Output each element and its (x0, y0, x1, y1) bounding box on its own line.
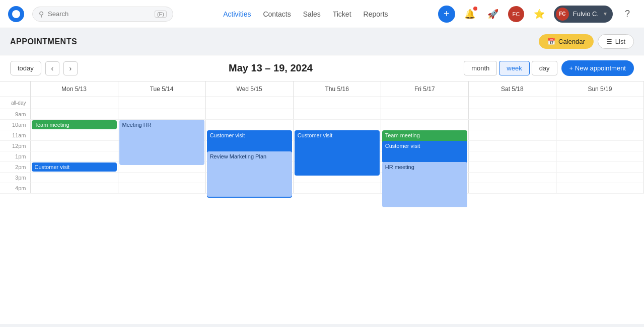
date-range: May 13 – 19, 2024 (229, 62, 313, 74)
hour-row-4pm: 4pm (0, 183, 644, 194)
cell-sun-3pm[interactable] (556, 173, 643, 183)
today-button[interactable]: today (10, 61, 41, 75)
cell-fri-12pm[interactable]: Customer visit (381, 141, 468, 151)
add-button[interactable]: + (438, 6, 455, 23)
top-nav: ⚲ (F) Activities Contacts Sales Ticket R… (0, 0, 644, 28)
view-toggle: 📅 Calendar ☰ List (539, 34, 634, 49)
search-icon: ⚲ (39, 10, 44, 18)
search-input[interactable] (48, 10, 151, 18)
event-hr-meeting-fri[interactable]: HR meeting (382, 162, 467, 207)
cell-sat-10am[interactable] (468, 120, 556, 130)
list-view-button[interactable]: ☰ List (598, 34, 634, 49)
day-view-button[interactable]: day (532, 61, 557, 75)
hour-row-11am: 11am Customer visit Customer visit Team … (0, 130, 644, 141)
cell-sun-4pm[interactable] (556, 183, 643, 194)
search-bar[interactable]: ⚲ (F) (32, 7, 173, 22)
col-sat: Sat 5/18 (468, 81, 556, 97)
calendar-icon: 📅 (547, 38, 555, 45)
notification-button[interactable]: 🔔 (461, 6, 478, 23)
cell-tue-9am[interactable] (118, 109, 205, 120)
col-thu: Thu 5/16 (293, 81, 381, 97)
cell-wed-11am[interactable]: Customer visit (205, 130, 293, 141)
cell-mon-3pm[interactable] (30, 173, 118, 183)
cell-tue-10am[interactable]: Meeting HR (118, 120, 205, 130)
cell-tue-3pm[interactable] (118, 173, 205, 183)
new-appointment-button[interactable]: + New appointment (561, 60, 634, 76)
cell-sun-12pm[interactable] (556, 141, 643, 151)
cell-thu-10am[interactable] (293, 120, 381, 130)
cell-sat-11am[interactable] (468, 130, 556, 141)
cell-mon-2pm[interactable]: Customer visit (30, 162, 118, 173)
star-button[interactable]: ⭐ (531, 6, 548, 23)
col-fri: Fri 5/17 (381, 81, 468, 97)
cell-sun-9am[interactable] (556, 109, 643, 120)
time-9am: 9am (0, 109, 30, 120)
cell-sat-12pm[interactable] (468, 141, 556, 151)
time-11am: 11am (0, 130, 30, 141)
cell-mon-12pm[interactable] (30, 141, 118, 151)
time-1pm: 1pm (0, 151, 30, 162)
user-dropdown[interactable]: FC Fulvio C. ▼ (554, 6, 613, 23)
notification-badge (473, 7, 477, 11)
cell-sat-2pm[interactable] (468, 162, 556, 173)
cell-thu-11am[interactable]: Customer visit (293, 130, 381, 141)
cell-thu-9am[interactable] (293, 109, 381, 120)
cell-mon-1pm[interactable] (30, 151, 118, 162)
time-10am: 10am (0, 120, 30, 130)
event-meeting-hr[interactable]: Meeting HR (119, 120, 204, 165)
event-review-marketing-wed[interactable]: Review Marketing Plan (207, 151, 292, 197)
col-wed: Wed 5/15 (205, 81, 293, 97)
event-customer-visit-mon[interactable]: Customer visit (32, 162, 117, 172)
cell-fri-2pm[interactable]: HR meeting (381, 162, 468, 173)
week-view-button[interactable]: week (499, 61, 529, 75)
cell-fri-10am[interactable] (381, 120, 468, 130)
nav-reports[interactable]: Reports (364, 10, 388, 18)
cell-thu-4pm[interactable] (293, 183, 381, 194)
event-customer-visit-thu[interactable]: Customer visit (295, 130, 380, 176)
event-customer-visit-fri[interactable]: Customer visit (382, 141, 467, 163)
cell-mon-11am[interactable] (30, 130, 118, 141)
cell-wed-9am[interactable] (205, 109, 293, 120)
view-and-new: month week day + New appointment (464, 60, 634, 76)
cell-sun-11am[interactable] (556, 130, 643, 141)
col-sun: Sun 5/19 (556, 81, 643, 97)
cell-tue-4pm[interactable] (118, 183, 205, 194)
calendar-container: Mon 5/13 Tue 5/14 Wed 5/15 Thu 5/16 Fri … (0, 81, 644, 324)
cell-mon-10am[interactable]: Team meeting (30, 120, 118, 130)
event-team-meeting-mon[interactable]: Team meeting (32, 120, 117, 129)
allday-sat (468, 97, 556, 109)
app-logo[interactable] (8, 6, 24, 22)
cell-wed-10am[interactable] (205, 120, 293, 130)
explore-button[interactable]: 🚀 (484, 6, 502, 23)
calendar-view-button[interactable]: 📅 Calendar (539, 34, 594, 49)
cell-sat-9am[interactable] (468, 109, 556, 120)
nav-ticket[interactable]: Ticket (333, 10, 351, 18)
cell-sat-4pm[interactable] (468, 183, 556, 194)
time-12pm: 12pm (0, 141, 30, 151)
help-button[interactable]: ? (619, 6, 636, 23)
prev-button[interactable]: ‹ (45, 61, 59, 75)
cell-sun-1pm[interactable] (556, 151, 643, 162)
month-view-button[interactable]: month (464, 61, 497, 75)
cell-mon-9am[interactable] (30, 109, 118, 120)
allday-sun (556, 97, 643, 109)
cell-sat-3pm[interactable] (468, 173, 556, 183)
nav-sales[interactable]: Sales (303, 10, 321, 18)
profile-button[interactable]: FC (508, 6, 525, 23)
col-mon: Mon 5/13 (30, 81, 118, 97)
cell-mon-4pm[interactable] (30, 183, 118, 194)
avatar: FC (556, 8, 569, 21)
cell-fri-11am[interactable]: Team meeting (381, 130, 468, 141)
next-button[interactable]: › (63, 61, 78, 75)
nav-activities[interactable]: Activities (223, 10, 251, 18)
user-name: Fulvio C. (573, 10, 599, 18)
nav-icons: + 🔔 🚀 FC ⭐ FC Fulvio C. ▼ ? (438, 6, 636, 23)
cell-sun-10am[interactable] (556, 120, 643, 130)
cell-sat-1pm[interactable] (468, 151, 556, 162)
cell-wed-1pm[interactable]: Review Marketing Plan (205, 151, 293, 162)
nav-contacts[interactable]: Contacts (263, 10, 291, 18)
cell-sun-2pm[interactable] (556, 162, 643, 173)
cell-fri-9am[interactable] (381, 109, 468, 120)
col-tue: Tue 5/14 (118, 81, 205, 97)
chevron-down-icon: ▼ (603, 11, 608, 17)
